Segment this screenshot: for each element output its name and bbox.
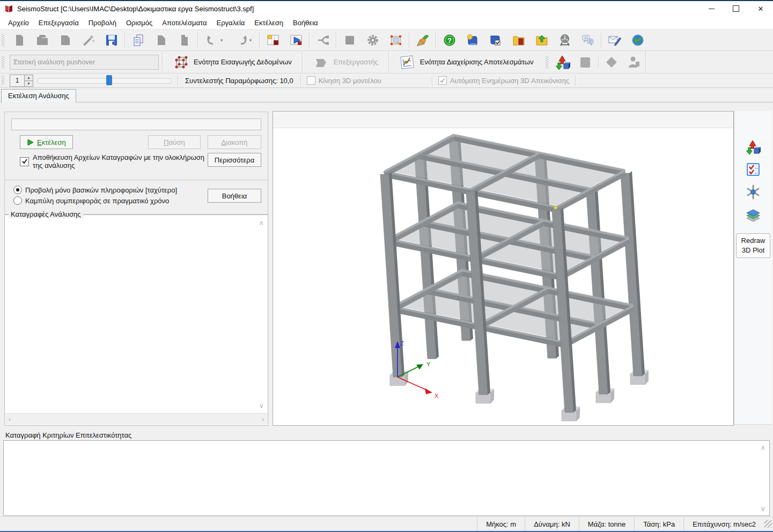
- model-3d-canvas[interactable]: ZYX: [273, 128, 732, 425]
- gray-diamond-icon: [603, 54, 620, 70]
- deformation-slider[interactable]: [38, 76, 172, 85]
- menu-item-file[interactable]: Αρχείο: [3, 17, 34, 28]
- scroll-right-icon[interactable]: ›: [262, 415, 264, 423]
- scroll-left-icon[interactable]: ‹: [9, 415, 11, 423]
- checkbox-checked-disabled[interactable]: [438, 76, 447, 85]
- spinner-value[interactable]: 1: [10, 75, 24, 86]
- paste-button[interactable]: [150, 31, 173, 49]
- scroll-down-icon[interactable]: ∨: [259, 402, 264, 409]
- resize-grip[interactable]: [764, 520, 772, 528]
- person-view-button[interactable]: [623, 53, 645, 72]
- display-options-button[interactable]: [411, 31, 434, 49]
- stop-button[interactable]: Διακοπή: [208, 135, 261, 149]
- menu-item-edit[interactable]: Επεξεργασία: [34, 17, 84, 28]
- pause-button-label: Παύση: [164, 138, 185, 146]
- processor-button[interactable]: Επεξεργαστής: [306, 51, 385, 73]
- stop-analysis-button[interactable]: [338, 31, 361, 49]
- paste-special-button[interactable]: [173, 31, 196, 49]
- import-export-button[interactable]: [530, 31, 553, 49]
- open-file-button[interactable]: [31, 31, 54, 49]
- copy-parameters-button[interactable]: [127, 31, 150, 49]
- toolbar-grip[interactable]: [2, 76, 5, 85]
- new-project-wizard-button[interactable]: [261, 31, 284, 49]
- horizontal-scrollbar[interactable]: ‹ ›: [5, 413, 267, 425]
- verification-button[interactable]: [484, 31, 507, 49]
- run-project-button[interactable]: [284, 31, 307, 49]
- website-button[interactable]: [626, 31, 649, 49]
- video-button[interactable]: [553, 31, 576, 49]
- menu-item-view[interactable]: Προβολή: [84, 17, 121, 28]
- menu-item-define[interactable]: Ορισμός: [121, 17, 157, 28]
- pause-button[interactable]: Παύση: [148, 135, 201, 149]
- run-button[interactable]: Εκτέλεση: [20, 135, 73, 149]
- project-wizard-icon: [266, 33, 280, 47]
- auto-update-checkbox[interactable]: Αυτόματη Ενημέρωση 3D Απεικόνισης: [438, 76, 569, 85]
- toolbar-separator: [432, 75, 432, 86]
- tab-run-analysis[interactable]: Εκτέλεση Ανάλυσης: [1, 89, 76, 102]
- stop-view-button[interactable]: [574, 53, 597, 72]
- toolbar-grip[interactable]: [546, 56, 549, 69]
- menu-item-results[interactable]: Αποτελέσματα: [157, 17, 211, 28]
- minimize-button[interactable]: [699, 1, 724, 16]
- post-processor-button[interactable]: Ενότητα Διαχείρισης Αποτελεσμάτων: [392, 51, 541, 73]
- checkbox-unchecked[interactable]: [307, 76, 315, 85]
- save-button[interactable]: [100, 31, 123, 49]
- auto-update-label: Αυτόματη Ενημέρωση 3D Απεικόνισης: [450, 77, 569, 85]
- redo-dropdown-caret[interactable]: ▾: [249, 38, 252, 43]
- folder-arrow-icon: [535, 33, 549, 47]
- scroll-up-icon[interactable]: ∧: [760, 444, 765, 451]
- slider-thumb[interactable]: [106, 75, 112, 85]
- toolbar-grip[interactable]: [2, 34, 5, 47]
- maximize-button[interactable]: [724, 1, 748, 16]
- undo-button[interactable]: ▾: [200, 31, 229, 49]
- deformed-view-button[interactable]: [741, 136, 765, 158]
- spinner-down-button[interactable]: ▼: [25, 80, 33, 86]
- tutorial-book-icon: [466, 33, 480, 47]
- forum-button[interactable]: [576, 31, 599, 49]
- scroll-down-icon[interactable]: ∨: [760, 505, 765, 512]
- scroll-up-icon[interactable]: ∧: [259, 219, 264, 226]
- redraw-3d-plot-button[interactable]: Redraw 3D Plot: [736, 233, 770, 258]
- save-logs-checkbox[interactable]: [20, 157, 29, 166]
- spinner-up-button[interactable]: ▲: [25, 75, 33, 80]
- help-panel-button[interactable]: Βοήθεια: [208, 189, 261, 203]
- settings-button[interactable]: [361, 31, 384, 49]
- email-button[interactable]: [603, 31, 626, 49]
- frame-model-icon: [173, 54, 189, 70]
- view-model-button[interactable]: [384, 31, 407, 49]
- tab-strip: Εκτέλεση Ανάλυσης: [0, 88, 773, 102]
- close-button[interactable]: ✕: [748, 1, 773, 16]
- help-button[interactable]: ?: [438, 31, 461, 49]
- toolbar-grip[interactable]: [2, 56, 5, 69]
- bibliography-button[interactable]: [507, 31, 530, 49]
- menu-item-run[interactable]: Εκτέλεση: [249, 17, 288, 28]
- menu-item-tools[interactable]: Εργαλεία: [212, 17, 250, 28]
- diamond-view-button[interactable]: [600, 53, 623, 72]
- radio-realtime-curve[interactable]: [13, 196, 22, 205]
- performance-criteria-log[interactable]: ∧ ∨: [3, 440, 770, 516]
- analysis-type-combobox[interactable]: Στατική ανάλυση pushover ˅: [10, 55, 159, 70]
- layers-button[interactable]: [741, 203, 765, 226]
- axes-toggle-button[interactable]: [741, 181, 765, 203]
- wizard-button[interactable]: [77, 31, 100, 49]
- undo-dropdown-caret[interactable]: ▾: [220, 38, 223, 43]
- deformed-shape-button[interactable]: [551, 53, 574, 72]
- tutorial-button[interactable]: [461, 31, 484, 49]
- close-project-button[interactable]: [54, 31, 77, 49]
- radio-basic-info[interactable]: [13, 186, 22, 194]
- radio-realtime-curve-label: Καμπύλη συμπεριφοράς σε πραγματικό χρόνο: [25, 197, 169, 205]
- more-button[interactable]: Περισσότερα: [208, 153, 261, 167]
- stop-button-label: Διακοπή: [222, 138, 248, 146]
- results-chart-icon: [399, 54, 415, 70]
- slider-track[interactable]: [38, 78, 172, 84]
- wizard-icon: [82, 33, 95, 47]
- menu-item-help[interactable]: Βοήθεια: [288, 17, 323, 28]
- folder-book-icon: [512, 33, 526, 47]
- new-file-button[interactable]: [8, 31, 31, 49]
- pre-processor-button[interactable]: Ενότητα Εισαγωγής Δεδομένων: [166, 51, 299, 73]
- analysis-logs-listbox[interactable]: ∧ ∨ ‹ ›: [4, 215, 268, 426]
- performance-criteria-button[interactable]: [741, 158, 765, 181]
- branch-button[interactable]: [311, 31, 334, 49]
- redo-button[interactable]: ▾: [229, 31, 257, 49]
- model-motion-checkbox[interactable]: Κίνηση 3D μοντέλου: [307, 76, 381, 85]
